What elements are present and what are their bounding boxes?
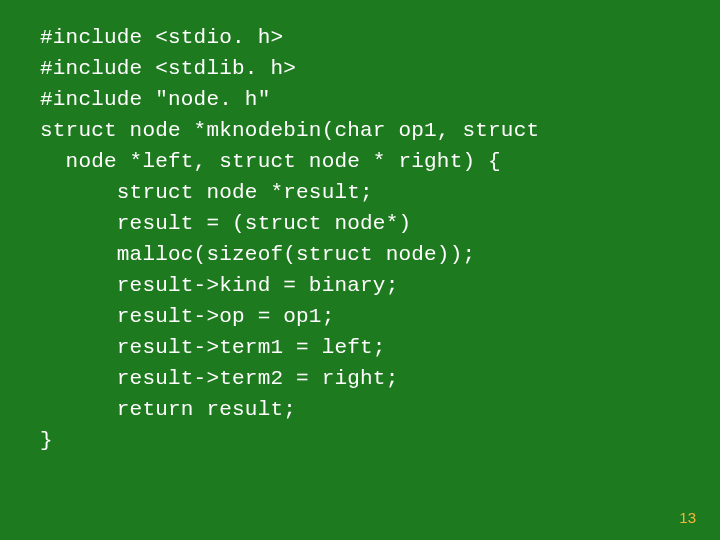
- code-line: #include <stdio. h>: [40, 26, 283, 49]
- code-line: }: [40, 429, 53, 452]
- code-line: result = (struct node*): [40, 212, 411, 235]
- code-line: node *left, struct node * right) {: [40, 150, 501, 173]
- code-line: #include <stdlib. h>: [40, 57, 296, 80]
- code-line: result->term1 = left;: [40, 336, 386, 359]
- code-line: #include "node. h": [40, 88, 270, 111]
- code-line: result->term2 = right;: [40, 367, 398, 390]
- code-line: result->kind = binary;: [40, 274, 398, 297]
- code-block: #include <stdio. h> #include <stdlib. h>…: [40, 22, 700, 456]
- code-line: struct node *mknodebin(char op1, struct: [40, 119, 539, 142]
- code-line: return result;: [40, 398, 296, 421]
- code-line: result->op = op1;: [40, 305, 334, 328]
- code-line: malloc(sizeof(struct node));: [40, 243, 475, 266]
- page-number: 13: [679, 509, 696, 526]
- code-line: struct node *result;: [40, 181, 373, 204]
